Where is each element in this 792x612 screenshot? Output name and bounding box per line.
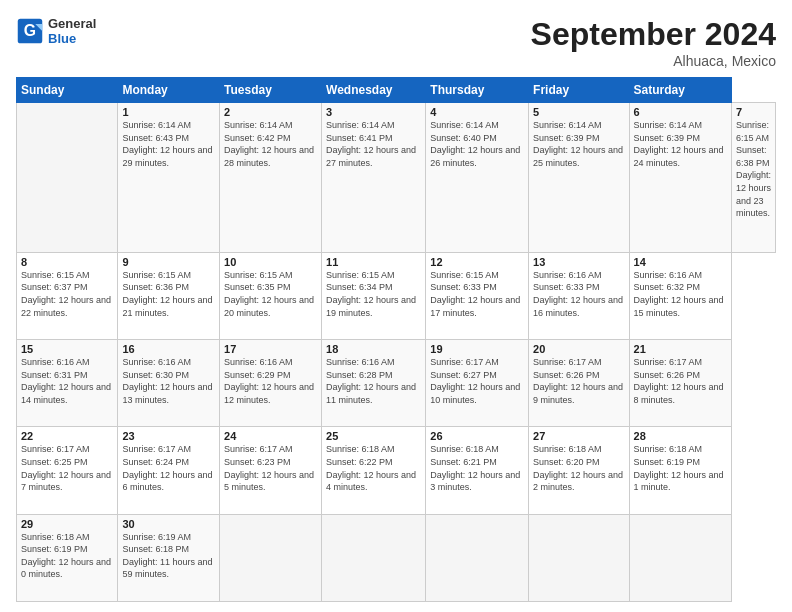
sunset: Sunset: 6:39 PM: [533, 133, 600, 143]
day-number: 11: [326, 256, 421, 268]
day-number: 9: [122, 256, 215, 268]
calendar-day-cell: 7 Sunrise: 6:15 AM Sunset: 6:38 PM Dayli…: [731, 103, 775, 253]
day-number: 28: [634, 430, 727, 442]
day-number: 8: [21, 256, 113, 268]
sunrise: Sunrise: 6:18 AM: [21, 532, 90, 542]
daylight: Daylight: 12 hours and 15 minutes.: [634, 295, 724, 318]
logo-icon: G: [16, 17, 44, 45]
day-info: Sunrise: 6:18 AM Sunset: 6:19 PM Dayligh…: [21, 531, 113, 581]
calendar-day-cell: 28 Sunrise: 6:18 AM Sunset: 6:19 PM Dayl…: [629, 427, 731, 514]
daylight: Daylight: 12 hours and 4 minutes.: [326, 470, 416, 493]
sunset: Sunset: 6:40 PM: [430, 133, 497, 143]
sunrise: Sunrise: 6:16 AM: [326, 357, 395, 367]
sunset: Sunset: 6:41 PM: [326, 133, 393, 143]
calendar-week-row: 29 Sunrise: 6:18 AM Sunset: 6:19 PM Dayl…: [17, 514, 776, 601]
day-info: Sunrise: 6:17 AM Sunset: 6:25 PM Dayligh…: [21, 443, 113, 493]
sunset: Sunset: 6:27 PM: [430, 370, 497, 380]
daylight: Daylight: 12 hours and 28 minutes.: [224, 145, 314, 168]
day-number: 26: [430, 430, 524, 442]
day-info: Sunrise: 6:18 AM Sunset: 6:19 PM Dayligh…: [634, 443, 727, 493]
daylight: Daylight: 12 hours and 12 minutes.: [224, 382, 314, 405]
sunset: Sunset: 6:19 PM: [21, 544, 88, 554]
daylight: Daylight: 12 hours and 6 minutes.: [122, 470, 212, 493]
sunrise: Sunrise: 6:14 AM: [533, 120, 602, 130]
day-info: Sunrise: 6:14 AM Sunset: 6:43 PM Dayligh…: [122, 119, 215, 169]
daylight: Daylight: 12 hours and 17 minutes.: [430, 295, 520, 318]
day-number: 30: [122, 518, 215, 530]
sunrise: Sunrise: 6:17 AM: [634, 357, 703, 367]
sunrise: Sunrise: 6:15 AM: [736, 120, 769, 143]
daylight: Daylight: 12 hours and 9 minutes.: [533, 382, 623, 405]
sunset: Sunset: 6:24 PM: [122, 457, 189, 467]
day-info: Sunrise: 6:17 AM Sunset: 6:23 PM Dayligh…: [224, 443, 317, 493]
daylight: Daylight: 12 hours and 3 minutes.: [430, 470, 520, 493]
day-info: Sunrise: 6:14 AM Sunset: 6:39 PM Dayligh…: [634, 119, 727, 169]
sunrise: Sunrise: 6:18 AM: [430, 444, 499, 454]
sunrise: Sunrise: 6:18 AM: [326, 444, 395, 454]
sunrise: Sunrise: 6:14 AM: [430, 120, 499, 130]
logo: G General Blue: [16, 16, 96, 46]
sunrise: Sunrise: 6:16 AM: [21, 357, 90, 367]
day-number: 27: [533, 430, 624, 442]
daylight: Daylight: 12 hours and 26 minutes.: [430, 145, 520, 168]
calendar-table: SundayMondayTuesdayWednesdayThursdayFrid…: [16, 77, 776, 602]
calendar-day-cell: 25 Sunrise: 6:18 AM Sunset: 6:22 PM Dayl…: [322, 427, 426, 514]
day-number: 4: [430, 106, 524, 118]
day-number: 15: [21, 343, 113, 355]
day-info: Sunrise: 6:16 AM Sunset: 6:33 PM Dayligh…: [533, 269, 624, 319]
sunrise: Sunrise: 6:14 AM: [634, 120, 703, 130]
day-number: 25: [326, 430, 421, 442]
calendar-day-cell: 11 Sunrise: 6:15 AM Sunset: 6:34 PM Dayl…: [322, 252, 426, 339]
header: G General Blue September 2024 Alhuaca, M…: [16, 16, 776, 69]
day-number: 13: [533, 256, 624, 268]
day-info: Sunrise: 6:18 AM Sunset: 6:22 PM Dayligh…: [326, 443, 421, 493]
daylight: Daylight: 12 hours and 27 minutes.: [326, 145, 416, 168]
day-info: Sunrise: 6:16 AM Sunset: 6:29 PM Dayligh…: [224, 356, 317, 406]
day-number: 16: [122, 343, 215, 355]
daylight: Daylight: 12 hours and 24 minutes.: [634, 145, 724, 168]
calendar-day-cell: 29 Sunrise: 6:18 AM Sunset: 6:19 PM Dayl…: [17, 514, 118, 601]
sunrise: Sunrise: 6:15 AM: [122, 270, 191, 280]
calendar-day-cell: 19 Sunrise: 6:17 AM Sunset: 6:27 PM Dayl…: [426, 340, 529, 427]
sunset: Sunset: 6:31 PM: [21, 370, 88, 380]
month-title: September 2024: [531, 16, 776, 53]
calendar-day-cell: 18 Sunrise: 6:16 AM Sunset: 6:28 PM Dayl…: [322, 340, 426, 427]
day-number: 17: [224, 343, 317, 355]
day-number: 5: [533, 106, 624, 118]
day-info: Sunrise: 6:17 AM Sunset: 6:24 PM Dayligh…: [122, 443, 215, 493]
sunset: Sunset: 6:19 PM: [634, 457, 701, 467]
calendar-day-cell: 5 Sunrise: 6:14 AM Sunset: 6:39 PM Dayli…: [529, 103, 629, 253]
calendar-header-sunday: Sunday: [17, 78, 118, 103]
calendar-day-cell: 23 Sunrise: 6:17 AM Sunset: 6:24 PM Dayl…: [118, 427, 220, 514]
calendar-day-cell: 4 Sunrise: 6:14 AM Sunset: 6:40 PM Dayli…: [426, 103, 529, 253]
svg-text:G: G: [24, 22, 36, 39]
sunrise: Sunrise: 6:17 AM: [533, 357, 602, 367]
day-number: 14: [634, 256, 727, 268]
day-info: Sunrise: 6:15 AM Sunset: 6:35 PM Dayligh…: [224, 269, 317, 319]
sunrise: Sunrise: 6:16 AM: [122, 357, 191, 367]
calendar-day-cell: 8 Sunrise: 6:15 AM Sunset: 6:37 PM Dayli…: [17, 252, 118, 339]
day-info: Sunrise: 6:15 AM Sunset: 6:34 PM Dayligh…: [326, 269, 421, 319]
day-number: 29: [21, 518, 113, 530]
day-info: Sunrise: 6:14 AM Sunset: 6:39 PM Dayligh…: [533, 119, 624, 169]
calendar-day-cell: 22 Sunrise: 6:17 AM Sunset: 6:25 PM Dayl…: [17, 427, 118, 514]
sunset: Sunset: 6:28 PM: [326, 370, 393, 380]
day-number: 21: [634, 343, 727, 355]
sunrise: Sunrise: 6:14 AM: [326, 120, 395, 130]
calendar-header-tuesday: Tuesday: [220, 78, 322, 103]
empty-cell: [17, 103, 118, 253]
title-block: September 2024 Alhuaca, Mexico: [531, 16, 776, 69]
daylight: Daylight: 12 hours and 22 minutes.: [21, 295, 111, 318]
sunset: Sunset: 6:33 PM: [430, 282, 497, 292]
day-info: Sunrise: 6:18 AM Sunset: 6:20 PM Dayligh…: [533, 443, 624, 493]
daylight: Daylight: 12 hours and 16 minutes.: [533, 295, 623, 318]
daylight: Daylight: 12 hours and 11 minutes.: [326, 382, 416, 405]
day-number: 1: [122, 106, 215, 118]
daylight: Daylight: 12 hours and 7 minutes.: [21, 470, 111, 493]
calendar-header-saturday: Saturday: [629, 78, 731, 103]
logo-text-line1: General: [48, 16, 96, 31]
sunrise: Sunrise: 6:14 AM: [122, 120, 191, 130]
day-number: 2: [224, 106, 317, 118]
sunset: Sunset: 6:21 PM: [430, 457, 497, 467]
sunrise: Sunrise: 6:16 AM: [634, 270, 703, 280]
